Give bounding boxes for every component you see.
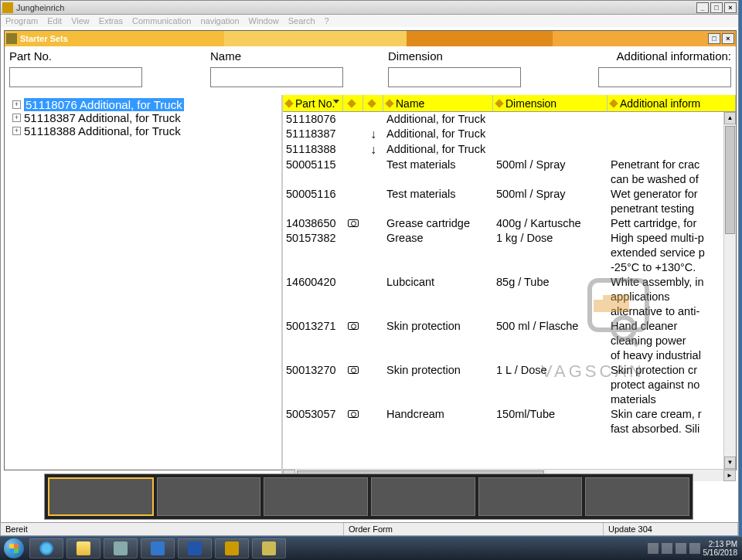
table-row[interactable]: -25°C to +130°C. — [283, 260, 723, 275]
app-titlebar[interactable]: Jungheinrich _ □ × — [1, 1, 738, 15]
flag-icon[interactable] — [662, 543, 672, 554]
col-b[interactable] — [343, 95, 363, 111]
cell-dimension — [493, 202, 608, 216]
menubar[interactable]: ProgramEditViewExtrasCommunicationnaviga… — [1, 15, 738, 27]
table-row[interactable]: applications — [283, 290, 723, 304]
table-row[interactable]: 14600420Lubcicant85g / TubeWhite assembl… — [283, 275, 723, 290]
table-row[interactable]: 51118387↓Additional, for Truck — [283, 127, 723, 142]
table-row[interactable]: fast absorbed. Sili — [283, 422, 723, 436]
inner-titlebar[interactable]: Starter Sets □ × — [5, 31, 736, 46]
maximize-button[interactable]: □ — [710, 2, 723, 13]
minimize-button[interactable]: _ — [696, 2, 709, 13]
table-row[interactable]: 50013270Skin protection1 L / DoseSkin pr… — [283, 363, 723, 378]
thumbnail[interactable] — [478, 477, 583, 516]
partno-input[interactable] — [9, 67, 142, 87]
volume-icon[interactable] — [689, 543, 700, 554]
down-arrow-icon: ↓ — [370, 127, 376, 141]
scroll-down-button[interactable]: ▼ — [724, 456, 736, 469]
cell-dimension — [493, 142, 608, 158]
taskbar-app[interactable] — [104, 538, 138, 558]
tree-item[interactable]: +51118388 Additional, for Truck — [6, 124, 280, 137]
taskbar-app[interactable] — [215, 538, 249, 558]
col-additional[interactable]: Additional inform — [608, 95, 736, 111]
menu-item[interactable]: View — [71, 16, 90, 25]
taskbar-app[interactable] — [252, 538, 286, 558]
cell-c — [363, 275, 383, 290]
cell-b — [343, 202, 363, 216]
thumbnail[interactable] — [264, 477, 368, 516]
table-row[interactable]: extended service p — [283, 246, 723, 260]
cell-partno: 50013270 — [283, 363, 343, 378]
inner-maximize-button[interactable]: □ — [708, 33, 720, 44]
menu-item[interactable]: Search — [288, 16, 315, 25]
table-row[interactable]: materials — [283, 392, 723, 407]
taskbar-ie[interactable] — [29, 538, 63, 558]
menu-item[interactable]: Edit — [47, 16, 62, 25]
table-row[interactable]: 14038650Grease cartridge400g / Kartusche… — [283, 216, 723, 231]
close-button[interactable]: × — [724, 2, 737, 13]
inner-close-button[interactable]: × — [722, 33, 734, 44]
tree-item[interactable]: +51118076 Additional, for Truck — [6, 98, 280, 111]
partno-label: Part No. — [9, 49, 210, 63]
menu-item[interactable]: Extras — [99, 16, 123, 25]
table-row[interactable]: 50005116Test materials500ml / SprayWet g… — [283, 187, 723, 202]
name-input[interactable] — [210, 67, 343, 87]
table-row[interactable]: 50053057Handcream150ml/TubeSkin care cre… — [283, 407, 723, 422]
dimension-input[interactable] — [388, 67, 521, 87]
taskbar[interactable]: 2:13 PM5/16/2018 — [0, 537, 742, 560]
vertical-scrollbar[interactable]: ▲ ▼ — [723, 112, 736, 469]
tree-panel[interactable]: +51118076 Additional, for Truck+51118387… — [5, 95, 283, 481]
cell-b — [343, 172, 363, 187]
grid-rows[interactable]: 51118076Additional, for Truck51118387↓Ad… — [283, 112, 723, 469]
folder-icon — [77, 541, 90, 555]
cell-dimension — [493, 290, 608, 304]
additional-input[interactable] — [598, 67, 731, 87]
taskbar-app[interactable] — [178, 538, 212, 558]
table-row[interactable]: 51118388↓Additional, for Truck — [283, 142, 723, 158]
scroll-right-button[interactable]: ► — [723, 470, 736, 481]
cell-c — [363, 187, 383, 202]
table-row[interactable]: 50157382Grease1 kg / DoseHigh speed mult… — [283, 231, 723, 246]
scroll-up-button[interactable]: ▲ — [724, 112, 736, 124]
table-row[interactable]: 50013271Skin protection500 ml / FlascheH… — [283, 319, 723, 334]
network-icon[interactable] — [676, 543, 686, 554]
table-row[interactable]: cleaning power — [283, 334, 723, 348]
menu-item[interactable]: Communication — [132, 16, 191, 25]
table-row[interactable]: can be washed of — [283, 172, 723, 187]
expander-icon[interactable]: + — [12, 100, 21, 109]
grid-header: Part No. Name Dimension Additional infor… — [283, 95, 736, 112]
table-row[interactable]: penetrant testing — [283, 202, 723, 216]
col-name[interactable]: Name — [383, 95, 493, 111]
menu-item[interactable]: Window — [249, 16, 279, 25]
table-row[interactable]: of heavy industrial — [283, 348, 723, 363]
clock[interactable]: 2:13 PM5/16/2018 — [703, 540, 738, 557]
cell-info: Hand cleaner — [608, 319, 723, 334]
expander-icon[interactable]: + — [12, 114, 21, 122]
cell-info: alternative to anti- — [608, 304, 723, 319]
table-row[interactable]: protect against no — [283, 378, 723, 392]
vscroll-thumb[interactable] — [725, 126, 735, 234]
expander-icon[interactable]: + — [12, 127, 21, 135]
col-dimension[interactable]: Dimension — [493, 95, 608, 111]
menu-item[interactable]: Program — [5, 16, 38, 25]
thumbnail[interactable] — [585, 477, 689, 516]
thumbnail[interactable] — [371, 477, 475, 516]
col-partno[interactable]: Part No. — [283, 95, 343, 111]
taskbar-explorer[interactable] — [66, 538, 100, 558]
start-button[interactable] — [0, 537, 28, 560]
table-row[interactable]: alternative to anti- — [283, 304, 723, 319]
thumbnail[interactable] — [157, 477, 261, 516]
menu-item[interactable]: ? — [325, 16, 329, 25]
thumbnail[interactable] — [48, 477, 154, 516]
tray-icon[interactable] — [648, 543, 659, 554]
cell-dimension: 150ml/Tube — [493, 407, 608, 422]
menu-item[interactable]: navigation — [200, 16, 239, 25]
system-tray[interactable]: 2:13 PM5/16/2018 — [648, 540, 743, 557]
thumbnail-bar[interactable] — [44, 473, 693, 520]
table-row[interactable]: 51118076Additional, for Truck — [283, 112, 723, 127]
tree-item[interactable]: +51118387 Additional, for Truck — [6, 111, 280, 124]
col-c[interactable] — [363, 95, 383, 111]
taskbar-app[interactable] — [141, 538, 175, 558]
cell-partno — [283, 392, 343, 407]
table-row[interactable]: 50005115Test materials500ml / SprayPenet… — [283, 158, 723, 172]
